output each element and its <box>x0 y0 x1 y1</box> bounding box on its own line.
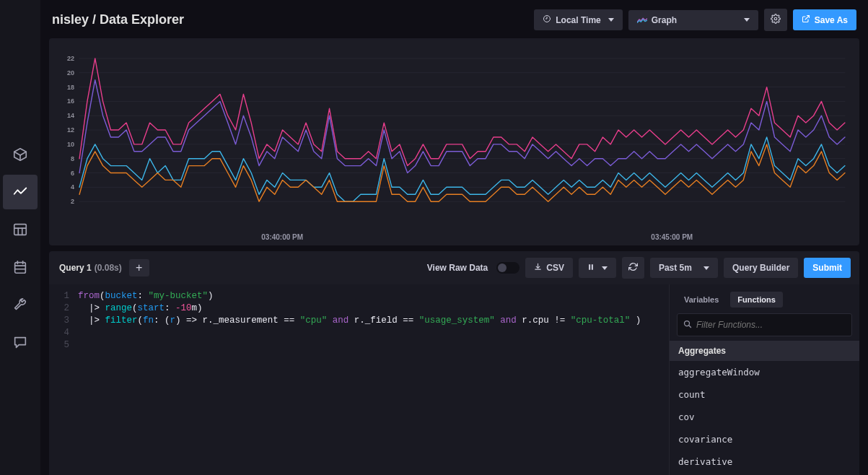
code-content[interactable]: from(bucket: "my-bucket") |> range(start… <box>78 290 669 475</box>
viz-type-selector[interactable]: Graph <box>628 10 758 30</box>
svg-text:10: 10 <box>67 141 74 148</box>
tab-variables[interactable]: Variables <box>677 292 726 308</box>
svg-point-14 <box>774 17 777 20</box>
refresh-icon <box>628 262 638 274</box>
nav-item-dashboards[interactable] <box>3 212 38 247</box>
fn-item[interactable]: derivative <box>670 450 859 473</box>
submit-button[interactable]: Submit <box>804 258 851 278</box>
query-area: Query 1 (0.08s) + View Raw Data CSV <box>49 251 859 475</box>
graph-icon <box>637 16 647 25</box>
nav-item-settings[interactable] <box>3 287 38 322</box>
svg-text:18: 18 <box>67 84 74 91</box>
gear-icon <box>771 14 781 26</box>
line-chart[interactable]: 246810121416182022 <box>56 45 852 233</box>
svg-text:12: 12 <box>67 126 74 134</box>
refresh-button[interactable] <box>622 257 644 279</box>
svg-rect-4 <box>14 225 27 235</box>
query-tab-label: Query 1 <box>59 263 92 273</box>
submit-label: Submit <box>812 263 842 273</box>
pause-icon <box>587 263 595 273</box>
settings-button[interactable] <box>764 9 787 31</box>
time-range-label: Past 5m <box>659 263 692 273</box>
csv-button[interactable]: CSV <box>525 258 573 278</box>
fn-item[interactable]: aggregateWindow <box>670 361 859 383</box>
nav-item-tasks[interactable] <box>3 250 38 284</box>
svg-line-1 <box>14 152 20 155</box>
svg-text:20: 20 <box>67 69 74 77</box>
svg-text:2: 2 <box>71 198 74 205</box>
svg-text:22: 22 <box>67 55 74 62</box>
query-tab-1[interactable]: Query 1 (0.08s) <box>58 260 123 276</box>
time-range-selector[interactable]: Past 5m <box>650 258 718 278</box>
download-icon <box>534 263 542 273</box>
chart-x-label: 03:45:00 PM <box>651 233 693 241</box>
timezone-selector[interactable]: Local Time <box>534 9 622 30</box>
query-builder-label: Query Builder <box>732 263 789 273</box>
line-gutter: 12345 <box>49 290 78 475</box>
topbar-actions: Local Time Graph Save As <box>534 9 856 31</box>
page-title: nisley / Data Explorer <box>52 12 184 27</box>
save-as-label: Save As <box>815 15 848 25</box>
code-editor[interactable]: 12345 from(bucket: "my-bucket") |> range… <box>49 284 669 475</box>
svg-rect-8 <box>15 263 26 274</box>
topbar: nisley / Data Explorer Local Time Graph <box>49 6 859 38</box>
main-content: nisley / Data Explorer Local Time Graph <box>40 0 868 475</box>
svg-line-41 <box>689 326 691 328</box>
nav-item-data-explorer[interactable] <box>3 175 38 209</box>
functions-list: aggregateWindowcountcovcovariancederivat… <box>670 361 859 473</box>
fn-item[interactable]: covariance <box>670 428 859 450</box>
nav-item-cube[interactable] <box>3 137 38 172</box>
timezone-label: Local Time <box>556 15 600 25</box>
functions-search[interactable] <box>677 313 852 336</box>
nav-item-feedback[interactable] <box>3 325 38 359</box>
add-query-button[interactable]: + <box>129 259 149 276</box>
clock-icon <box>543 14 551 25</box>
view-raw-label: View Raw Data <box>427 263 488 273</box>
nav-sidebar <box>0 0 40 475</box>
functions-search-input[interactable] <box>696 320 846 330</box>
query-builder-button[interactable]: Query Builder <box>724 258 798 278</box>
save-as-button[interactable]: Save As <box>793 9 856 30</box>
viz-type-label: Graph <box>652 15 677 25</box>
pause-dropdown[interactable] <box>579 258 616 278</box>
functions-group-header: Aggregates <box>670 341 859 361</box>
svg-rect-38 <box>589 264 590 270</box>
export-icon <box>802 14 810 25</box>
svg-text:16: 16 <box>67 97 74 105</box>
fn-item[interactable]: count <box>670 383 859 406</box>
svg-text:8: 8 <box>71 155 74 162</box>
fn-item[interactable]: cov <box>670 406 859 428</box>
svg-text:6: 6 <box>71 170 74 177</box>
svg-line-2 <box>20 152 26 155</box>
tab-functions[interactable]: Functions <box>730 292 783 308</box>
view-raw-toggle[interactable] <box>496 262 520 274</box>
editor-row: 12345 from(bucket: "my-bucket") |> range… <box>49 284 859 475</box>
svg-text:4: 4 <box>71 183 74 191</box>
side-panel-tabs: Variables Functions <box>670 284 859 313</box>
chart-panel: 246810121416182022 03:40:00 PM03:45:00 P… <box>49 38 859 245</box>
query-tab-time: (0.08s) <box>95 263 122 273</box>
search-icon <box>683 318 692 331</box>
query-toolbar: Query 1 (0.08s) + View Raw Data CSV <box>49 251 859 284</box>
svg-text:14: 14 <box>67 112 74 119</box>
svg-rect-39 <box>592 264 593 270</box>
chart-x-label: 03:40:00 PM <box>261 233 303 241</box>
csv-label: CSV <box>546 263 564 273</box>
functions-panel: Variables Functions Aggregates aggregate… <box>669 284 859 475</box>
